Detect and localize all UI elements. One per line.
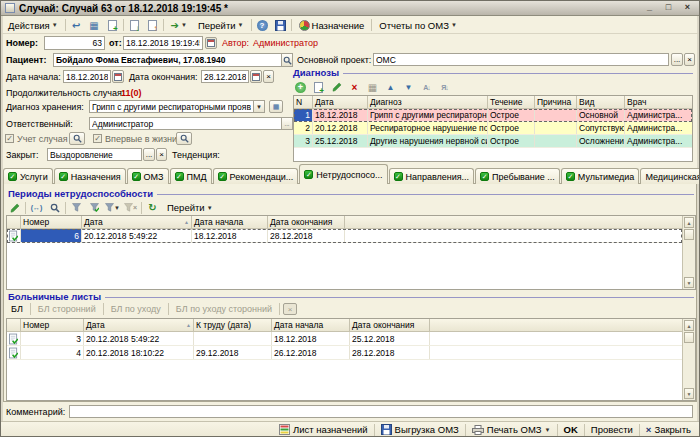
tab-prebyvanie[interactable]: ✓Пребывание ... — [475, 168, 560, 184]
case-account-search-button[interactable] — [69, 132, 85, 145]
date-start-input[interactable] — [64, 71, 110, 82]
column-header[interactable]: Дата начала — [272, 319, 350, 331]
list-settings-button[interactable]: (↔) — [29, 201, 44, 215]
column-header[interactable]: N — [294, 96, 313, 108]
responsible-input[interactable] — [90, 118, 281, 129]
refresh-button[interactable]: ↻ — [145, 201, 160, 215]
from-date-input[interactable] — [124, 37, 202, 49]
column-header[interactable]: Номер — [21, 216, 82, 228]
column-header[interactable]: Номер — [21, 319, 84, 331]
diagnosis-input[interactable] — [90, 101, 253, 112]
closed-select-button[interactable]: ... — [143, 148, 155, 161]
maximize-button[interactable]: □ — [661, 2, 676, 14]
column-header[interactable]: Дата▲ — [84, 319, 194, 331]
edit-button[interactable] — [329, 80, 344, 94]
minimize-button[interactable]: _ — [642, 2, 657, 14]
table-row[interactable]: 2 20.12.2018 Респираторное нарушение пос… — [294, 122, 692, 135]
find-button[interactable] — [47, 201, 62, 215]
first-in-life-search-button[interactable] — [176, 132, 192, 145]
periods-goto-button[interactable]: Перейти▼ — [163, 200, 217, 215]
tab-medicinskaya[interactable]: Медицинская по... — [640, 168, 700, 184]
sick-leaves-scrollbar[interactable]: ▲ ▼ — [682, 319, 695, 400]
column-header[interactable]: К труду (дата) — [194, 319, 272, 331]
column-header[interactable]: Течение — [488, 96, 535, 108]
date-end-field[interactable] — [201, 70, 249, 83]
tab-netrudosposobnost[interactable]: ✓Нетрудоспосо... — [299, 164, 387, 184]
date-end-input[interactable] — [202, 71, 248, 82]
help-button[interactable]: ? — [255, 18, 270, 32]
column-header[interactable]: Причина — [535, 96, 577, 108]
column-header[interactable]: Врач — [625, 96, 692, 108]
responsible-field[interactable]: ... — [89, 117, 293, 130]
table-row[interactable]: 3 20.12.2018 5:49:22 18.12.2018 25.12.20… — [7, 332, 682, 346]
assignment-button[interactable]: Назначение — [295, 18, 369, 33]
tab-omz[interactable]: ✓ОМЗ — [127, 168, 169, 184]
tab-napravleniya[interactable]: ✓Направления... — [389, 168, 475, 184]
responsible-select-button[interactable]: ... — [281, 118, 292, 129]
save-button[interactable] — [273, 18, 288, 32]
closed-clear-button[interactable]: × — [156, 148, 167, 161]
prescription-sheet-button[interactable]: Лист назначений — [276, 423, 370, 436]
omz-export-button[interactable]: Выгрузка ОМЗ — [378, 423, 462, 436]
tab-multimedia[interactable]: ✓Мультимедиа — [561, 168, 640, 184]
project-clear-button[interactable]: × — [684, 53, 695, 66]
date-end-clear-button[interactable]: × — [263, 70, 274, 83]
column-header[interactable]: Дата▲ — [82, 216, 192, 228]
number-input[interactable] — [45, 37, 104, 49]
ok-button[interactable]: OK — [561, 423, 581, 436]
scroll-thumb[interactable] — [684, 229, 694, 240]
column-header[interactable]: Дата окончания — [350, 319, 430, 331]
tab-naznacheniya[interactable]: ✓Назначения — [54, 168, 126, 184]
add-button[interactable] — [293, 80, 308, 94]
scroll-down-button[interactable]: ▼ — [684, 388, 694, 399]
patient-field[interactable] — [53, 53, 293, 67]
scroll-thumb[interactable] — [684, 332, 694, 343]
move-up-button[interactable]: ▲ — [383, 80, 398, 94]
number-field[interactable] — [44, 36, 105, 50]
bl-button[interactable]: БЛ — [7, 304, 27, 314]
load-button[interactable] — [127, 18, 142, 32]
periods-scrollbar[interactable]: ▲ ▼ — [682, 216, 695, 289]
scroll-down-button[interactable]: ▼ — [684, 277, 694, 288]
filter-set-button[interactable] — [69, 201, 84, 215]
column-header[interactable]: Диагноз — [368, 96, 488, 108]
tab-uslugi[interactable]: ✓Услуги — [3, 168, 53, 184]
edit-button[interactable] — [7, 201, 22, 215]
diagnosis-combo[interactable]: ▼ — [89, 100, 265, 113]
column-header[interactable]: Дата окончания — [268, 216, 345, 228]
comment-field[interactable] — [69, 405, 693, 418]
from-date-field[interactable] — [123, 36, 203, 50]
patient-search-button[interactable] — [281, 54, 292, 66]
move-down-button[interactable]: ▼ — [401, 80, 416, 94]
table-row[interactable]: 6 20.12.2018 5:49:22 18.12.2018 28.12.20… — [7, 229, 682, 243]
filter-button[interactable] — [87, 201, 102, 215]
date-end-calendar-button[interactable] — [250, 70, 262, 83]
reread-button[interactable]: ↩ — [69, 18, 84, 32]
goto-dropdown-button[interactable]: ➔▼ — [167, 18, 191, 33]
tab-rekomendacii[interactable]: ✓Рекомендаци... — [213, 168, 299, 184]
column-header[interactable]: Дата — [313, 96, 368, 108]
project-input[interactable] — [374, 54, 668, 65]
post-button[interactable]: Провести — [588, 423, 636, 436]
date-start-field[interactable] — [63, 70, 111, 83]
closed-input[interactable] — [48, 149, 141, 160]
date-start-calendar-button[interactable] — [112, 70, 124, 83]
delete-button[interactable]: × — [347, 80, 362, 94]
closed-field[interactable] — [47, 148, 142, 161]
close-button[interactable]: × — [680, 2, 695, 14]
diagnosis-dropdown-button[interactable]: ▼ — [253, 101, 264, 112]
comment-input[interactable] — [70, 406, 692, 417]
diagnosis-picker-button[interactable]: ▦ — [269, 100, 283, 113]
filter-menu-button[interactable]: ▼ — [105, 201, 120, 215]
project-field[interactable] — [373, 53, 669, 66]
unload-button[interactable] — [145, 18, 160, 32]
table-row[interactable]: 4 20.12.2018 18:10:22 29.12.2018 26.12.2… — [7, 346, 682, 360]
close-form-button[interactable]: ×Закрыть — [643, 423, 694, 436]
project-select-button[interactable]: ... — [671, 53, 683, 66]
column-header[interactable]: Вид — [577, 96, 625, 108]
omz-print-button[interactable]: Печать ОМЗ▼ — [469, 423, 554, 436]
omz-reports-button[interactable]: Отчеты по ОМЗ▼ — [375, 18, 461, 33]
table-row[interactable]: 3 25.12.2018 Другие нарушения нервной си… — [294, 135, 692, 148]
scroll-up-button[interactable]: ▲ — [684, 320, 694, 331]
list-view-button[interactable]: ▦ — [87, 18, 102, 32]
